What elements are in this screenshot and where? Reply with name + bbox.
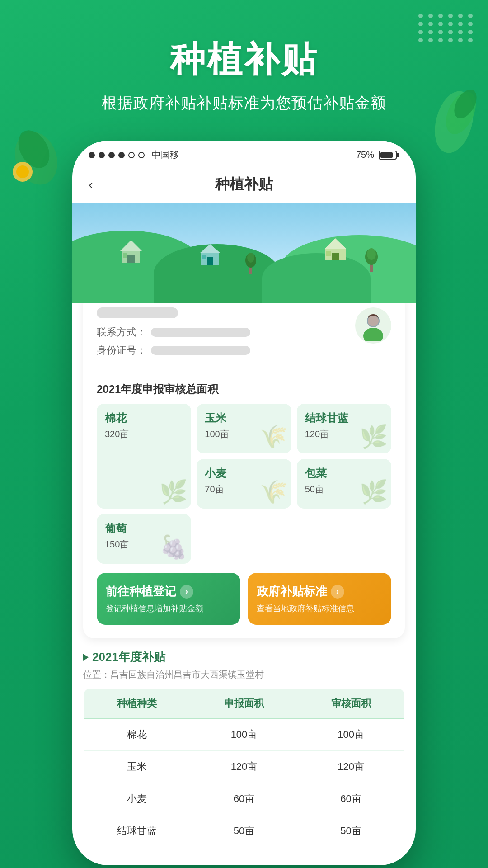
crop-card-cotton: 棉花 320亩 🌿 xyxy=(97,404,191,509)
contact-value-blurred xyxy=(151,328,250,337)
hero-image xyxy=(72,203,416,303)
register-button-subtitle: 登记种植信息增加补贴金额 xyxy=(106,603,231,614)
standard-button[interactable]: 政府补贴标准 › 查看当地政府补贴标准信息 xyxy=(248,573,391,625)
signal-dot-3 xyxy=(108,152,115,158)
register-button-title: 前往种植登记 › xyxy=(106,584,231,599)
house-1 xyxy=(117,238,145,267)
table-cell-approved: 60亩 xyxy=(297,783,404,815)
crop-grid: 棉花 320亩 🌿 玉米 100亩 🌾 结球甘蓝 120亩 🌿 xyxy=(97,404,391,564)
triangle-icon xyxy=(83,654,89,661)
signal-dot-4 xyxy=(118,152,125,158)
phone-mockup: 中国移 75% ‹ 种植补贴 xyxy=(72,141,416,865)
table-cell-declared: 60亩 xyxy=(191,783,297,815)
content-card: 联系方式： 身份证号： xyxy=(83,294,405,638)
user-contact: 联系方式： xyxy=(97,326,355,339)
svg-point-26 xyxy=(363,328,383,341)
hill-4 xyxy=(262,253,371,303)
action-buttons: 前往种植登记 › 登记种植信息增加补贴金额 政府补贴标准 › 查看当地政府补贴标… xyxy=(97,573,391,625)
status-right: 75% xyxy=(356,150,399,160)
subsidy-table: 种植种类 申报面积 审核面积 棉花100亩100亩玉米120亩120亩小麦60亩… xyxy=(83,688,405,847)
user-info-section: 联系方式： 身份证号： xyxy=(97,307,391,371)
status-left: 中国移 xyxy=(89,149,179,161)
tree-2 xyxy=(244,251,258,276)
svg-marker-7 xyxy=(120,240,142,251)
status-bar: 中国移 75% xyxy=(72,141,416,165)
crop-leaf-icon-cabbage: 🌿 xyxy=(360,424,388,450)
table-cell-type: 结球甘蓝 xyxy=(84,815,191,847)
subsidy-section: 2021年度补贴 位置：昌吉回族自治州昌吉市大西渠镇玉堂村 种植种类 申报面积 … xyxy=(83,649,405,847)
standard-arrow-icon: › xyxy=(331,585,344,599)
standard-button-title: 政府补贴标准 › xyxy=(257,584,382,599)
svg-marker-11 xyxy=(200,244,221,253)
signal-dot-2 xyxy=(99,152,105,158)
nav-title: 种植补贴 xyxy=(215,175,273,194)
register-button[interactable]: 前往种植登记 › 登记种植信息增加补贴金额 xyxy=(97,573,240,625)
table-cell-type: 玉米 xyxy=(84,751,191,783)
table-cell-approved: 50亩 xyxy=(297,815,404,847)
user-details: 联系方式： 身份证号： xyxy=(97,307,355,362)
carrier-name: 中国移 xyxy=(152,149,179,161)
battery-body xyxy=(379,151,397,160)
page-sub-title: 根据政府补贴补贴标准为您预估补贴金额 xyxy=(0,93,488,113)
crop-section-title: 2021年度申报审核总面积 xyxy=(97,382,391,396)
table-cell-type: 棉花 xyxy=(84,719,191,751)
battery-fill xyxy=(380,152,393,158)
crop-leaf-icon-pakchoi: 🌿 xyxy=(360,479,388,505)
user-name-blurred xyxy=(97,307,178,318)
table-row: 小麦60亩60亩 xyxy=(84,783,405,815)
table-cell-declared: 120亩 xyxy=(191,751,297,783)
table-row: 结球甘蓝50亩50亩 xyxy=(84,815,405,847)
table-cell-approved: 120亩 xyxy=(297,751,404,783)
battery-tip xyxy=(397,153,399,157)
table-cell-declared: 100亩 xyxy=(191,719,297,751)
signal-dot-5 xyxy=(128,152,135,158)
standard-button-subtitle: 查看当地政府补贴标准信息 xyxy=(257,603,382,614)
battery-icon xyxy=(379,151,399,160)
house-3 xyxy=(323,236,348,264)
svg-rect-13 xyxy=(207,257,213,265)
crop-name-cotton: 棉花 xyxy=(105,411,183,425)
table-cell-type: 小麦 xyxy=(84,783,191,815)
crop-leaf-icon-wheat: 🌾 xyxy=(260,479,288,505)
battery-percent: 75% xyxy=(356,150,374,160)
svg-point-21 xyxy=(367,248,376,260)
crop-card-wheat: 小麦 70亩 🌾 xyxy=(197,459,291,509)
svg-rect-17 xyxy=(332,253,339,260)
table-row: 玉米120亩120亩 xyxy=(84,751,405,783)
crop-card-pakchoi: 包菜 50亩 🌿 xyxy=(297,459,391,509)
subsidy-year-title: 2021年度补贴 xyxy=(83,649,405,665)
crop-leaf-icon-corn: 🌾 xyxy=(260,424,288,450)
crop-card-corn: 玉米 100亩 🌾 xyxy=(197,404,291,453)
register-arrow-icon: › xyxy=(180,585,193,599)
crop-leaf-icon-cotton: 🌿 xyxy=(160,479,188,505)
table-cell-declared: 50亩 xyxy=(191,815,297,847)
table-header-row: 种植种类 申报面积 审核面积 xyxy=(84,689,405,719)
phone-frame: 中国移 75% ‹ 种植补贴 xyxy=(72,141,416,865)
table-cell-approved: 100亩 xyxy=(297,719,404,751)
back-button[interactable]: ‹ xyxy=(89,177,93,192)
subsidy-location: 位置：昌吉回族自治州昌吉市大西渠镇玉堂村 xyxy=(83,669,405,681)
crop-card-cabbage: 结球甘蓝 120亩 🌿 xyxy=(297,404,391,453)
user-avatar xyxy=(355,307,391,344)
svg-rect-14 xyxy=(202,255,206,259)
svg-marker-15 xyxy=(324,238,347,249)
svg-rect-18 xyxy=(326,251,331,256)
user-id: 身份证号： xyxy=(97,344,355,357)
crop-leaf-icon-grape: 🍇 xyxy=(160,534,188,560)
header-section: 种植补贴 根据政府补贴补贴标准为您预估补贴金额 xyxy=(0,0,488,113)
id-value-blurred xyxy=(151,346,250,355)
svg-point-27 xyxy=(368,316,379,326)
svg-rect-10 xyxy=(123,253,127,258)
nav-bar: ‹ 种植补贴 xyxy=(72,165,416,203)
crop-area-cotton: 320亩 xyxy=(105,428,183,440)
svg-rect-9 xyxy=(127,255,135,263)
table-header-type: 种植种类 xyxy=(84,689,191,719)
id-label: 身份证号： xyxy=(97,344,146,357)
house-2 xyxy=(199,242,221,269)
tree-1 xyxy=(364,247,380,274)
signal-dot-6 xyxy=(138,152,145,158)
svg-point-24 xyxy=(247,253,254,263)
page-main-title: 种植补贴 xyxy=(0,36,488,84)
signal-dot-1 xyxy=(89,152,95,158)
svg-point-3 xyxy=(16,165,29,178)
